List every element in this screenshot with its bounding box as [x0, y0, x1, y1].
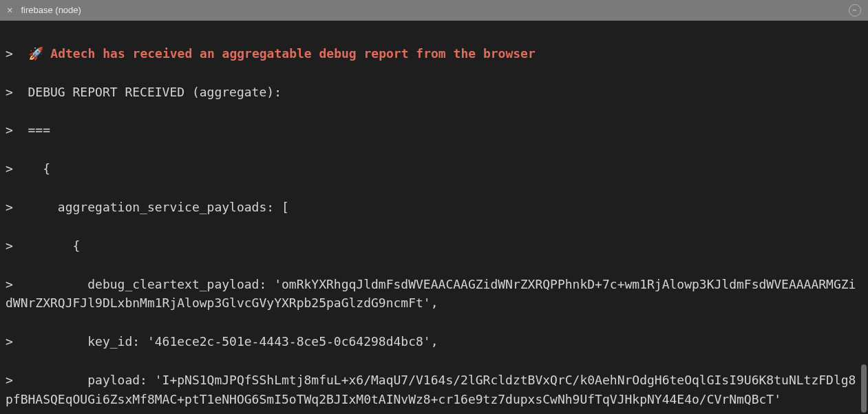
- terminal-line: > 🚀 Adtech has received an aggregatable …: [6, 44, 862, 63]
- more-options-icon[interactable]: ⋯: [849, 4, 861, 17]
- log-text: aggregation_service_payloads: [: [28, 200, 289, 214]
- terminal-line: > debug_cleartext_payload: 'omRkYXRhgqJl…: [6, 275, 862, 313]
- log-text: key_id: '461ece2c-501e-4443-8ce5-0c64298…: [28, 334, 438, 349]
- scrollbar[interactable]: [861, 364, 867, 413]
- log-text: DEBUG REPORT RECEIVED (aggregate):: [28, 85, 282, 99]
- log-text: {: [28, 161, 51, 176]
- prompt-marker: >: [6, 85, 28, 99]
- headline-text: Adtech has received an aggregatable debu…: [43, 46, 536, 61]
- log-text: payload: 'I+pNS1QmJPQfSShLmtj8mfuL+x6/Ma…: [6, 373, 856, 406]
- rocket-icon: 🚀: [28, 46, 43, 61]
- prompt-marker: >: [6, 277, 28, 291]
- terminal-line: > ===: [6, 121, 862, 140]
- prompt-marker: >: [6, 161, 28, 176]
- terminal-line: > {: [6, 236, 862, 256]
- tab-title: firebase (node): [21, 3, 81, 17]
- prompt-marker: >: [6, 238, 28, 253]
- terminal-line: > payload: 'I+pNS1QmJPQfSShLmtj8mfuL+x6/…: [6, 371, 862, 409]
- prompt-marker: >: [6, 46, 28, 61]
- close-icon[interactable]: ✕: [7, 3, 12, 18]
- log-text: debug_cleartext_payload: 'omRkYXRhgqJldm…: [6, 277, 856, 311]
- prompt-marker: >: [6, 123, 28, 137]
- terminal-line: > {: [6, 159, 862, 178]
- prompt-marker: >: [6, 373, 28, 387]
- terminal-output: > 🚀 Adtech has received an aggregatable …: [0, 21, 868, 414]
- prompt-marker: >: [6, 200, 28, 214]
- log-text: {: [28, 238, 81, 253]
- terminal-line: > key_id: '461ece2c-501e-4443-8ce5-0c642…: [6, 332, 862, 351]
- tab-bar: ✕ firebase (node) ⋯: [0, 0, 868, 21]
- terminal-line: > aggregation_service_payloads: [: [6, 198, 862, 217]
- terminal-line: > DEBUG REPORT RECEIVED (aggregate):: [6, 83, 862, 102]
- prompt-marker: >: [6, 334, 28, 349]
- log-text: ===: [28, 123, 51, 137]
